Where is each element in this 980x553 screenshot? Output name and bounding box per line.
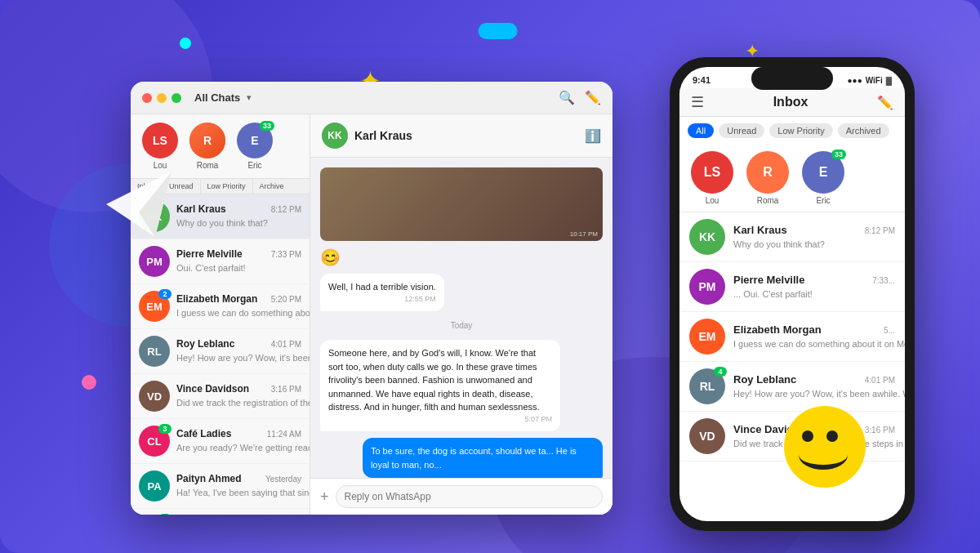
chat-item-cafe-ladies[interactable]: CL 3 Café Ladies 11:24 AM Are you ready?… [131, 419, 310, 464]
iphone-time: 9:41 [693, 75, 710, 85]
iphone-pinned-eric[interactable]: E 33 Eric [802, 151, 844, 205]
cafe-avatar: CL 3 [139, 426, 170, 457]
iphone-compose-icon[interactable]: ✏️ [877, 95, 893, 110]
cafe-info: Café Ladies 11:24 AM Are you ready? We'r… [176, 428, 301, 454]
chat-item-vince-davidson[interactable]: VD Vince Davidson 3:16 PM Did we track t… [131, 374, 310, 419]
iphone-elizabeth-preview: I guess we can do something about it on … [733, 339, 905, 349]
reply-bar: + [310, 478, 612, 515]
iphone-karl-avatar: KK [689, 219, 725, 255]
pierre-name: Pierre Melville [176, 248, 243, 260]
pierre-avatar: PM [139, 246, 170, 277]
roma-name: Roma [197, 161, 219, 170]
minimize-button[interactable] [157, 93, 167, 103]
reply-input[interactable] [336, 485, 603, 508]
received-message-1: Well, I had a terrible vision. 12:55 PM [320, 274, 444, 311]
compose-icon[interactable]: ✏️ [585, 90, 601, 105]
search-icon[interactable]: 🔍 [559, 90, 575, 105]
filter-tab-low-priority[interactable]: Low Priority [769, 123, 832, 138]
vince-info: Vince Davidson 3:16 PM Did we track the … [176, 383, 301, 409]
iphone-pierre-name: Pierre Melville [733, 274, 804, 286]
iphone-chat-list: KK Karl Kraus 8:12 PM Why do you think t… [679, 212, 905, 521]
close-button[interactable] [142, 93, 152, 103]
mac-title-bar: All Chats ▾ 🔍 ✏️ [131, 82, 612, 114]
wifi-icon: WiFi [866, 76, 883, 85]
francesca-badge: 3 [158, 514, 172, 515]
iphone-notch [751, 67, 833, 90]
title-bar-actions: 🔍 ✏️ [559, 90, 601, 105]
chat-item-francesca-navarro[interactable]: FN 3 Francesca Navarro Yesterday Reacted… [131, 509, 310, 515]
chat-conversation-window: KK Karl Kraus ℹ️ 10:17 PM 😊 [310, 114, 612, 515]
smiley-face-icon [784, 406, 866, 488]
msg-time-2: 5:07 PM [328, 414, 552, 426]
iphone-pinned-roma[interactable]: R Roma [746, 151, 789, 205]
chat-list: KK Karl Kraus 8:12 PM Why do you think t… [131, 194, 310, 515]
iphone-lou-avatar: LS [691, 151, 733, 194]
roma-avatar: R [189, 123, 225, 158]
paityn-preview: Ha! Yea, I've been saying that since Nov… [176, 488, 310, 497]
battery-icon: ▓ [886, 76, 892, 85]
lou-avatar: LS [142, 123, 178, 158]
elizabeth-avatar: EM 2 [139, 291, 170, 322]
iphone-eric-badge: 33 [831, 149, 846, 159]
message-image: 10:17 PM [320, 167, 603, 241]
iphone-pierre-info: Pierre Melville 7:33... ... Oui. C'est p… [733, 274, 895, 301]
elizabeth-preview: I guess we can do something about it on … [176, 308, 310, 318]
mac-app-window: All Chats ▾ 🔍 ✏️ LS Lou R [131, 82, 612, 515]
iphone-karl-preview: Why do you think that? [733, 239, 825, 249]
iphone-karl-info: Karl Kraus 8:12 PM Why do you think that… [733, 224, 895, 251]
sent-message-blue-1: To be sure, the dog is account, should w… [363, 438, 603, 478]
chat-item-elizabeth-morgan[interactable]: EM 2 Elizabeth Morgan 5:20 PM I guess we… [131, 284, 310, 329]
iphone-vince-avatar: VD [689, 418, 725, 454]
iphone-layers-icon[interactable]: ☰ [691, 93, 704, 111]
iphone-inbox-title: Inbox [704, 95, 877, 109]
pinned-contacts-section: LS Lou R Roma E 33 Eric [131, 114, 310, 179]
filter-tab-all[interactable]: All [688, 123, 714, 138]
pinned-contact-lou[interactable]: LS Lou [142, 123, 178, 170]
chat-item-pierre-melville[interactable]: PM Pierre Melville 7:33 PM Oui. C'est pa… [131, 239, 310, 284]
paityn-info: Paityn Ahmed Yesterday Ha! Yea, I've bee… [176, 473, 301, 499]
pinned-contact-eric[interactable]: E 33 Eric [237, 123, 273, 170]
iphone-chat-roy[interactable]: RL 4 Roy Leblanc 4:01 PM Hey! How are yo… [679, 362, 905, 412]
iphone-chat-elizabeth[interactable]: EM Elizabeth Morgan 5... I guess we can … [679, 312, 905, 362]
iphone-elizabeth-name: Elizabeth Morgan [733, 323, 822, 336]
iphone-vince-time: 3:16 PM [865, 426, 895, 435]
cafe-preview: Are you ready? We're getting ready to le… [176, 443, 310, 453]
deco-pink-dot [82, 375, 96, 390]
iphone-pinned-lou[interactable]: LS Lou [691, 151, 733, 205]
pinned-contact-roma[interactable]: R Roma [189, 123, 225, 170]
iphone-pinned-contacts: LS Lou R Roma E 33 Eric [679, 145, 905, 212]
elizabeth-badge: 2 [158, 289, 172, 299]
paityn-avatar: PA [139, 470, 170, 502]
mac-whatsapp-window: All Chats ▾ 🔍 ✏️ LS Lou R [131, 82, 612, 515]
iphone-filter-tabs: All Unread Low Priority Archived [679, 117, 905, 145]
elizabeth-time: 5:20 PM [271, 295, 301, 304]
iphone-pierre-time: 7:33... [872, 276, 895, 285]
chat-item-roy-leblanc[interactable]: RL Roy Leblanc 4:01 PM Hey! How are you?… [131, 329, 310, 374]
plus-icon[interactable]: + [320, 488, 329, 506]
cafe-name: Café Ladies [176, 428, 231, 439]
iphone-eric-avatar: E 33 [802, 151, 844, 194]
archive-tab[interactable]: Archive [253, 179, 291, 194]
filter-tab-archived[interactable]: Archived [838, 123, 889, 138]
vince-avatar: VD [139, 381, 170, 412]
emoji-message: 😊 [320, 248, 341, 267]
iphone-roy-time: 4:01 PM [865, 376, 895, 385]
signal-icon: ●●● [848, 76, 862, 85]
iphone-roy-badge: 4 [714, 367, 727, 377]
elizabeth-info: Elizabeth Morgan 5:20 PM I guess we can … [176, 293, 301, 319]
traffic-lights [142, 93, 181, 103]
maximize-button[interactable] [172, 93, 181, 103]
conversation-header: KK Karl Kraus ℹ️ [310, 114, 612, 158]
iphone-roy-name: Roy Leblanc [733, 373, 796, 386]
iphone-chat-pierre[interactable]: PM Pierre Melville 7:33... ... Oui. C'es… [679, 262, 905, 312]
low-priority-tab[interactable]: Low Priority [201, 179, 253, 194]
conversation-info-icon[interactable]: ℹ️ [585, 128, 601, 144]
conversation-avatar: KK [322, 123, 348, 149]
filter-tab-unread[interactable]: Unread [719, 123, 764, 138]
elizabeth-name: Elizabeth Morgan [176, 293, 257, 305]
iphone-elizabeth-time: 5... [884, 326, 895, 335]
all-chats-dropdown[interactable]: All Chats [194, 91, 240, 104]
chat-item-paityn-ahmed[interactable]: PA Paityn Ahmed Yesterday Ha! Yea, I've … [131, 464, 310, 509]
iphone-roy-avatar: RL 4 [689, 368, 725, 404]
iphone-chat-karl[interactable]: KK Karl Kraus 8:12 PM Why do you think t… [679, 212, 905, 262]
